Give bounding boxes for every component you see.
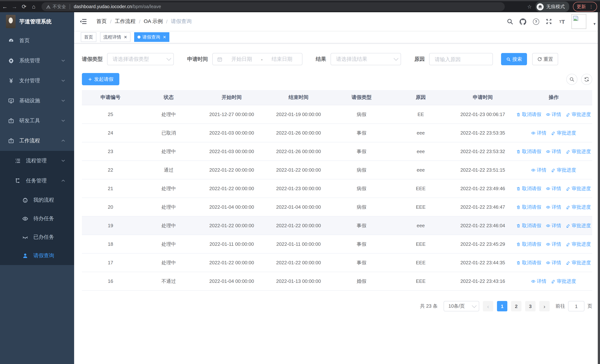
table-cell: 2022-01-23 00:00:00 [265,186,332,191]
sidebar-item-2[interactable]: 支付管理 [0,71,74,91]
browser-reload-icon[interactable]: ⟳ [19,1,29,12]
cancel-leave-action[interactable]: 取消请假 [516,185,541,192]
approval-progress-action[interactable]: 审批进度 [566,222,591,229]
tag-1[interactable]: 流程详情 ✕ [100,32,131,42]
browser-forward-icon[interactable]: → [10,1,19,12]
browser-back-icon[interactable]: ← [0,1,10,12]
leave-type-select[interactable]: 请选择请假类型 [107,53,174,65]
fullscreen-icon[interactable] [546,18,552,25]
window-scrollbar[interactable] [598,12,600,364]
browser-home-icon[interactable]: ⌂ [29,1,38,12]
goto-page-input[interactable] [568,301,584,311]
approval-progress-action[interactable]: 审批进度 [566,185,591,192]
toggle-search-button[interactable] [566,74,577,85]
page-button-3[interactable]: 3 [525,301,535,311]
detail-action[interactable]: 详情 [546,222,561,229]
sidebar-item-5[interactable]: 工作流程 [0,131,74,151]
approval-progress-action[interactable]: 审批进度 [551,167,576,173]
detail-action[interactable]: 详情 [546,241,561,247]
table-row[interactable]: 17处理中2022-01-22 00:00:002022-01-22 00:00… [82,253,592,272]
table-row[interactable]: 25处理中2021-12-27 00:00:002022-01-19 00:00… [82,105,592,124]
sidebar-item-0[interactable]: 首页 [0,31,74,51]
sidebar-subitem-1[interactable]: 任务管理 [0,171,74,191]
approval-progress-action[interactable]: 审批进度 [551,130,576,136]
font-size-icon[interactable]: TT [559,18,565,25]
approval-progress-action[interactable]: 审批进度 [566,204,591,210]
sidebar-subitem-4[interactable]: 已办任务 [0,228,74,246]
cancel-leave-action[interactable]: 取消请假 [516,111,541,118]
reason-input[interactable] [429,53,493,65]
cancel-leave-action[interactable]: 取消请假 [516,204,541,210]
table-cell: 2022-01-26 00:00:00 [265,149,332,154]
app-logo[interactable]: 芋道管理系统 [0,12,74,31]
approval-progress-action[interactable]: 审批进度 [551,278,576,284]
breadcrumb-item[interactable]: 工作流程 [115,18,136,25]
avatar-caret-icon[interactable]: ▾ [593,21,596,26]
cancel-leave-action[interactable]: 取消请假 [516,259,541,266]
cancel-leave-action[interactable]: 取消请假 [516,241,541,247]
table-row[interactable]: 23处理中2022-01-03 00:00:002022-01-26 00:00… [82,142,592,161]
reset-button[interactable]: 重置 [532,53,558,65]
table-row[interactable]: 19处理中2022-01-22 00:00:002022-01-22 00:00… [82,216,592,235]
page-button-1[interactable]: 1 [497,301,507,311]
cancel-leave-action[interactable]: 取消请假 [516,222,541,229]
header-search-icon[interactable] [507,18,514,25]
detail-action[interactable]: 详情 [531,167,546,173]
bookmark-star-icon[interactable]: ☆ [527,4,532,10]
detail-action[interactable]: 详情 [546,259,561,266]
table-row[interactable]: 21处理中2022-01-22 00:00:002022-01-23 00:00… [82,179,592,198]
github-icon[interactable] [520,18,526,25]
browser-update-button[interactable]: 更新 ⋮ [573,2,597,11]
column-header: 请假类型 [332,94,391,101]
actions-cell: 取消请假详情审批进度 [515,241,592,247]
detail-action[interactable]: 详情 [546,204,561,210]
table-row[interactable]: 20处理中2022-01-04 00:00:002022-01-04 00:00… [82,198,592,216]
breadcrumb-item[interactable]: 首页 [96,18,107,25]
table-row[interactable]: 22通过2022-01-22 00:00:002022-01-22 00:00:… [82,161,592,179]
create-leave-button[interactable]: 发起请假 [82,73,119,85]
sidebar-subitem-3[interactable]: 待办任务 [0,209,74,228]
table-cell: 2022-01-11 00:00:00 [198,241,265,247]
table-cell: 事假 [332,148,391,155]
security-warning[interactable]: 不安全 [46,3,66,10]
sidebar-item-4[interactable]: 研发工具 [0,111,74,131]
detail-action[interactable]: 详情 [546,185,561,192]
detail-action[interactable]: 详情 [546,148,561,155]
tag-2[interactable]: 请假查询 ✕ [134,32,169,42]
page-button-2[interactable]: 2 [511,301,521,311]
cancel-leave-action[interactable]: 取消请假 [516,148,541,155]
sidebar-subitem-5[interactable]: 请假查询 [0,246,74,265]
page-size-select[interactable]: 10条/页 [444,301,479,311]
help-icon[interactable]: ? [533,18,539,25]
table-row[interactable]: 16不通过2022-01-04 00:00:002022-01-13 00:00… [82,272,592,291]
browser-menu-icon[interactable]: ⋮ [589,4,593,9]
sidebar-subitem-2[interactable]: 我的流程 [0,191,74,209]
sidebar-item-3[interactable]: 基础设施 [0,91,74,111]
search-button[interactable]: 搜索 [501,53,527,65]
detail-action[interactable]: 详情 [546,111,561,118]
next-page-button[interactable]: › [539,301,550,311]
approval-progress-action[interactable]: 审批进度 [566,148,591,155]
prev-page-button[interactable]: ‹ [483,301,493,311]
close-icon[interactable]: ✕ [163,32,166,41]
detail-action[interactable]: 详情 [531,278,546,284]
table-cell: EEE [391,204,450,210]
approval-progress-action[interactable]: 审批进度 [566,259,591,266]
table-row[interactable]: 24已取消2022-01-03 00:00:002022-01-26 00:00… [82,124,592,142]
refresh-table-button[interactable] [581,74,592,85]
breadcrumb-item[interactable]: OA 示例 [144,18,163,25]
sidebar-subitem-0[interactable]: 流程管理 [0,151,74,171]
close-icon[interactable]: ✕ [124,32,127,41]
sidebar-item-1[interactable]: 系统管理 [0,51,74,71]
table-row[interactable]: 18处理中2022-01-11 00:00:002022-01-11 00:00… [82,235,592,253]
result-select[interactable]: 请选择流结果 [331,53,401,65]
approval-progress-action[interactable]: 审批进度 [566,111,591,118]
detail-action[interactable]: 详情 [531,130,546,136]
sidebar-toggle-icon[interactable] [80,18,87,25]
tag-0[interactable]: 首页 [81,32,96,42]
apply-time-range-picker[interactable]: 开始日期 - 结束日期 [212,53,302,65]
address-bar[interactable]: 不安全 dashboard.yudao.iocoder.cn/bpm/oa/le… [41,2,505,11]
view-icon [546,112,551,117]
approval-progress-action[interactable]: 审批进度 [566,241,591,247]
avatar[interactable] [572,14,586,29]
